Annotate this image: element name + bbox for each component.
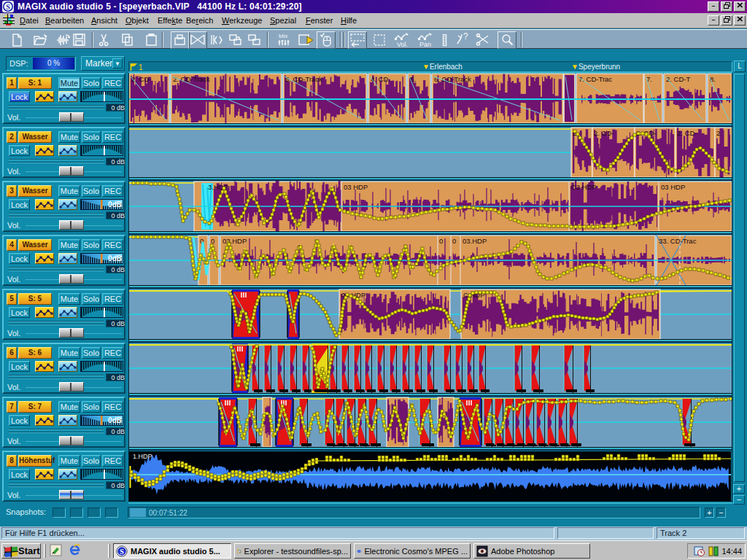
svg-text:03.HDP: 03.HDP [462,237,487,245]
svg-text:2. CD-: 2. CD- [131,75,151,83]
svg-text:2. CD-: 2. CD- [677,129,697,137]
svg-text:0: 0 [211,237,214,245]
svg-text:7. CD-Trac: 7. CD-Trac [578,75,612,83]
svg-text:5. CD-Track: 5. CD-Track [285,75,322,83]
svg-text:2: 2 [716,129,720,137]
svg-text:33. CD-Trac: 33. CD-Trac [659,237,697,245]
svg-text:03 HDP: 03 HDP [344,183,368,191]
svg-text:03 HDP: 03 HDP [661,183,685,191]
svg-text:C3 HDP: C3 HDP [571,183,597,191]
svg-text:0: 0 [452,237,456,245]
svg-text:03.HDP: 03.HDP [222,237,247,245]
svg-text:0: 0 [439,237,443,245]
svg-text:1.HDP: 1.HDP [133,453,152,460]
svg-text:8.: 8. [710,75,716,83]
svg-text:S: S [120,547,124,555]
svg-text:5.: 5. [410,75,416,83]
svg-text:2. CD-: 2. CD- [594,129,614,137]
